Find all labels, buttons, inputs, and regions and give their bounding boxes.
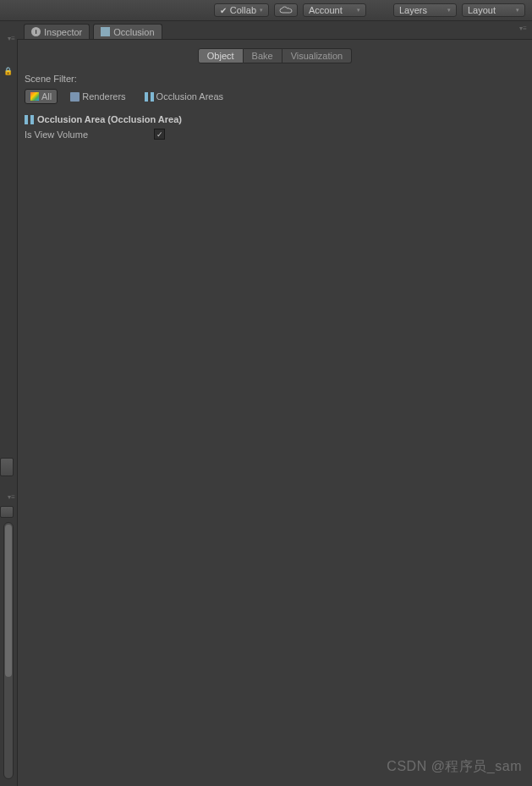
- layers-label: Layers: [399, 5, 427, 15]
- component-header[interactable]: Occlusion Area (Occlusion Area): [18, 113, 532, 126]
- occlusion-panel: Object Bake Visualization Scene Filter: …: [17, 40, 532, 786]
- is-view-volume-row: Is View Volume ✓: [18, 126, 532, 142]
- filter-all-label: All: [41, 91, 52, 102]
- chevron-down-icon: ▾: [447, 7, 451, 14]
- sub-tab-object[interactable]: Object: [198, 48, 244, 63]
- scene-filter-row: All Renderers Occlusion Areas: [18, 87, 532, 113]
- occlusion-area-icon: [145, 92, 154, 102]
- collab-dropdown[interactable]: ✔ Collab ▾: [214, 3, 269, 17]
- filter-occlusion-areas[interactable]: Occlusion Areas: [139, 89, 229, 104]
- is-view-volume-label: Is View Volume: [25, 129, 147, 140]
- sub-tab-visualization[interactable]: Visualization: [282, 48, 353, 63]
- layers-dropdown[interactable]: Layers ▾: [393, 3, 457, 17]
- occlusion-icon: [101, 27, 110, 36]
- info-icon: i: [31, 27, 41, 36]
- panel-menu-icon-3[interactable]: ▾≡: [519, 25, 527, 32]
- cube-icon: [30, 92, 39, 101]
- renderer-icon: [70, 92, 80, 102]
- tab-occlusion[interactable]: Occlusion: [93, 24, 162, 39]
- layout-dropdown[interactable]: Layout ▾: [462, 3, 525, 17]
- panel-menu-icon-2[interactable]: ▾≡: [8, 493, 15, 501]
- tab-occlusion-label: Occlusion: [113, 27, 154, 37]
- scene-filter-label: Scene Filter:: [18, 72, 532, 87]
- collab-label: Collab: [230, 5, 256, 15]
- panel-tab-bar: i Inspector Occlusion ▾≡: [17, 21, 532, 40]
- left-scrollbar-thumb[interactable]: [5, 525, 12, 677]
- filter-occlusion-areas-label: Occlusion Areas: [156, 91, 223, 102]
- tab-inspector-label: Inspector: [44, 27, 82, 37]
- side-control-1[interactable]: [0, 458, 14, 476]
- chevron-down-icon: ▾: [357, 7, 360, 14]
- account-label: Account: [309, 5, 343, 15]
- account-dropdown[interactable]: Account ▾: [303, 3, 366, 17]
- panel-menu-icon[interactable]: ▾≡: [8, 35, 15, 42]
- filter-renderers[interactable]: Renderers: [64, 89, 131, 104]
- tab-inspector[interactable]: i Inspector: [24, 24, 90, 39]
- cloud-button[interactable]: [274, 3, 298, 17]
- top-toolbar: ✔ Collab ▾ Account ▾ Layers ▾ Layout ▾: [0, 0, 532, 21]
- chevron-down-icon: ▾: [516, 7, 519, 14]
- layout-label: Layout: [468, 5, 496, 15]
- lock-icon[interactable]: 🔒: [3, 67, 13, 75]
- watermark: CSDN @程序员_sam: [387, 758, 522, 776]
- sub-tab-bake[interactable]: Bake: [244, 48, 282, 63]
- left-scrollbar[interactable]: [3, 522, 14, 779]
- check-icon: ✔: [220, 6, 227, 15]
- side-control-2[interactable]: [0, 506, 14, 518]
- chevron-down-icon: ▾: [260, 7, 263, 14]
- cloud-icon: [279, 6, 293, 14]
- left-gutter: ▾≡ 🔒 ▾≡: [0, 21, 17, 786]
- main-area: i Inspector Occlusion ▾≡ Object Bake Vis…: [17, 21, 532, 786]
- is-view-volume-checkbox[interactable]: ✓: [154, 129, 165, 140]
- component-title: Occlusion Area (Occlusion Area): [37, 114, 182, 124]
- sub-tab-bar: Object Bake Visualization: [18, 43, 532, 72]
- filter-renderers-label: Renderers: [82, 91, 125, 102]
- filter-all[interactable]: All: [25, 89, 58, 104]
- occlusion-area-icon: [25, 115, 34, 124]
